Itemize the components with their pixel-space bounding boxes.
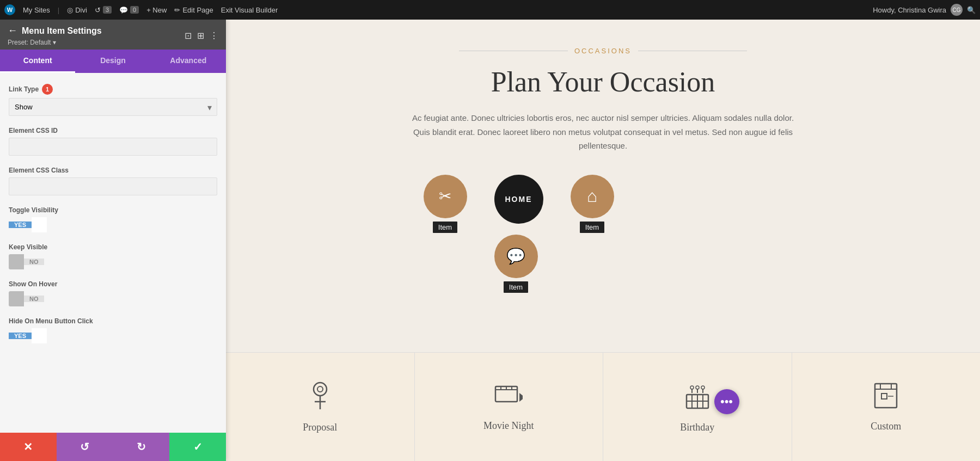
css-class-field: Element CSS Class <box>9 167 217 195</box>
new-btn[interactable]: + New <box>146 6 167 14</box>
toggle-knob-off-2 <box>9 291 24 306</box>
svg-point-0 <box>314 383 327 396</box>
comments-btn[interactable]: ↺ 3 <box>95 6 112 14</box>
messages-btn[interactable]: 💬 0 <box>119 6 139 14</box>
grid-cell-movie[interactable]: Movie Night <box>415 353 604 461</box>
redo-button[interactable]: ↻ <box>113 433 170 461</box>
toggle-knob-2 <box>32 328 47 343</box>
occasions-label: OCCASIONS <box>369 47 837 55</box>
my-sites-btn[interactable]: My Sites <box>23 6 50 14</box>
item-label-1: Item <box>433 222 457 233</box>
circle-item-1[interactable]: ✂ Item <box>424 175 467 233</box>
circle-4: 💬 <box>494 235 538 278</box>
item-label-3: Item <box>580 222 604 233</box>
toggle-no-label[interactable]: NO <box>24 259 44 265</box>
top-bar: W My Sites | ◎ Divi ↺ 3 💬 0 + New ✏ Edit… <box>0 0 980 20</box>
show-on-hover-toggle[interactable]: NO <box>9 291 217 306</box>
panel-preset[interactable]: Preset: Default ▾ <box>8 39 102 46</box>
keep-visible-field: Keep Visible NO <box>9 243 217 269</box>
circle-item-2[interactable]: HOME <box>494 175 543 227</box>
float-action-button[interactable]: ••• <box>714 389 739 414</box>
custom-icon <box>873 382 899 413</box>
bottom-grid: Proposal Movie Night <box>226 352 980 461</box>
link-type-field: Link Type 1 Show URL None <box>9 84 217 116</box>
user-avatar[interactable]: CG <box>951 4 963 16</box>
toggle-visibility-toggle[interactable]: YES <box>9 217 217 232</box>
panel-header-icons: ⊡ ⊞ ⋮ <box>185 30 218 41</box>
show-on-hover-label: Show On Hover <box>9 280 217 288</box>
keep-visible-label: Keep Visible <box>9 243 217 251</box>
birthday-label: Birthday <box>680 422 714 433</box>
float-icon: ••• <box>720 395 733 409</box>
link-type-select-wrap: Show URL None <box>9 98 217 116</box>
toggle-yes-label-2[interactable]: YES <box>9 333 32 339</box>
css-id-field: Element CSS ID <box>9 127 217 156</box>
right-content: OCCASIONS Plan Your Occasion Ac feugiat … <box>226 20 980 461</box>
page-heading: Plan Your Occasion <box>369 66 837 98</box>
tabs: Content Design Advanced <box>0 50 226 73</box>
birthday-icon <box>684 381 711 414</box>
layout-icon[interactable]: ⊞ <box>197 30 204 41</box>
proposal-label: Proposal <box>303 422 337 433</box>
toggle-visibility-label: Toggle Visibility <box>9 206 217 214</box>
toggle-knob <box>32 217 47 232</box>
wordpress-icon[interactable]: W <box>4 4 15 15</box>
hide-on-click-toggle[interactable]: YES <box>9 328 217 343</box>
page-section: OCCASIONS Plan Your Occasion Ac feugiat … <box>358 20 848 343</box>
top-bar-right: Howdy, Christina Gwira CG 🔍 <box>873 4 976 16</box>
show-on-hover-field: Show On Hover NO <box>9 280 217 306</box>
grid-cell-proposal[interactable]: Proposal <box>226 353 415 461</box>
svg-rect-25 <box>881 394 887 399</box>
edit-page-btn[interactable]: ✏ Edit Page <box>174 6 213 14</box>
css-class-input[interactable] <box>9 177 217 195</box>
circle-1: ✂ <box>424 175 467 218</box>
undo-button[interactable]: ↺ <box>57 433 113 461</box>
left-panel: ← Menu Item Settings Preset: Default ▾ ⊡… <box>0 20 226 461</box>
circle-3: ⌂ <box>571 175 614 218</box>
panel-content: Link Type 1 Show URL None Element CSS ID <box>0 73 226 433</box>
confirm-button[interactable]: ✓ <box>169 433 226 461</box>
capture-icon[interactable]: ⊡ <box>185 30 192 41</box>
link-type-label: Link Type 1 <box>9 84 217 95</box>
page-description: Ac feugiat ante. Donec ultricies loborti… <box>407 111 799 153</box>
divi-btn[interactable]: ◎ Divi <box>67 6 87 14</box>
svg-rect-21 <box>875 384 897 408</box>
search-icon[interactable]: 🔍 <box>967 6 976 14</box>
tab-design[interactable]: Design <box>75 50 150 73</box>
more-icon[interactable]: ⋮ <box>210 30 218 41</box>
hide-on-click-field: Hide On Menu Button Click YES <box>9 317 217 343</box>
action-bar: ✕ ↺ ↻ ✓ <box>0 433 226 461</box>
msg-badge: 0 <box>130 6 139 14</box>
grid-cell-birthday[interactable]: Birthday <box>603 353 792 461</box>
toggle-no-label-2[interactable]: NO <box>24 296 44 302</box>
keep-visible-toggle[interactable]: NO <box>9 254 217 269</box>
circle-item-3[interactable]: ⌂ Item <box>571 175 614 233</box>
link-type-badge: 1 <box>42 84 53 95</box>
css-id-input[interactable] <box>9 138 217 156</box>
tab-advanced[interactable]: Advanced <box>151 50 226 73</box>
toggle-visibility-field: Toggle Visibility YES <box>9 206 217 232</box>
movie-icon <box>494 382 523 413</box>
circle-item-4[interactable]: 💬 Item <box>494 235 538 293</box>
css-id-label: Element CSS ID <box>9 127 217 134</box>
item-label-4: Item <box>504 281 528 293</box>
grid-cell-custom[interactable]: Custom <box>792 353 981 461</box>
circle-2: HOME <box>494 175 543 224</box>
menu-circles-area: ✂ Item HOME ⌂ Item 💬 Item <box>369 175 837 316</box>
hide-on-click-label: Hide On Menu Button Click <box>9 317 217 325</box>
tab-content[interactable]: Content <box>0 50 75 73</box>
exit-builder-btn[interactable]: Exit Visual Builder <box>221 6 278 14</box>
custom-label: Custom <box>871 421 901 432</box>
link-type-select[interactable]: Show URL None <box>9 98 217 116</box>
svg-point-1 <box>317 386 323 392</box>
svg-marker-9 <box>519 393 523 402</box>
movie-label: Movie Night <box>483 420 534 432</box>
cancel-button[interactable]: ✕ <box>0 433 57 461</box>
css-class-label: Element CSS Class <box>9 167 217 174</box>
howdy-text: Howdy, Christina Gwira <box>873 6 946 14</box>
panel-header: ← Menu Item Settings Preset: Default ▾ ⊡… <box>0 20 226 50</box>
sync-badge: 3 <box>103 6 112 14</box>
back-icon[interactable]: ← <box>8 25 17 36</box>
proposal-icon <box>307 381 334 414</box>
toggle-yes-label[interactable]: YES <box>9 222 32 228</box>
